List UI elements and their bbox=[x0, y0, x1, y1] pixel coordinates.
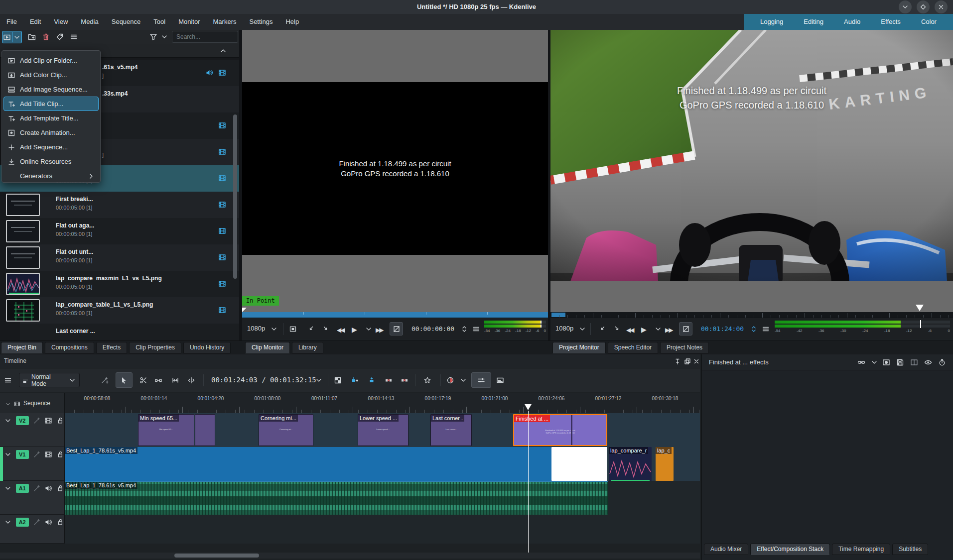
monitor-overlay-icon[interactable] bbox=[289, 325, 297, 333]
mask-icon[interactable] bbox=[882, 358, 890, 366]
bin-row[interactable]: First breaki...00:00:05:00 [1] bbox=[0, 192, 239, 218]
audio-clip[interactable]: Best_Lap_1_78.61s_v5.mp4 bbox=[65, 481, 608, 515]
tab-clip-monitor[interactable]: Clip Monitor bbox=[245, 342, 290, 353]
tab-undo-history[interactable]: Undo History bbox=[183, 342, 231, 353]
scrollbar-handle[interactable] bbox=[174, 554, 259, 558]
pin-icon[interactable] bbox=[674, 357, 681, 365]
forward-icon[interactable]: ▶▶ bbox=[376, 325, 384, 333]
show-mixer-button[interactable] bbox=[471, 372, 491, 388]
title-clip[interactable]: Cornering mi...Cornering mi... bbox=[259, 414, 313, 446]
tab-speech-editor[interactable]: Speech Editor bbox=[608, 342, 658, 353]
filter-icon[interactable] bbox=[149, 33, 157, 41]
track-header-a2[interactable]: A2 bbox=[0, 515, 65, 544]
track-lane-a2[interactable] bbox=[65, 515, 700, 544]
timecode-dropdown-icon[interactable] bbox=[315, 376, 323, 384]
track-target-badge[interactable]: V2 bbox=[16, 416, 29, 425]
spacer-tool-icon[interactable] bbox=[154, 376, 162, 384]
tab-project-bin[interactable]: Project Bin bbox=[1, 342, 43, 353]
save-preset-icon[interactable] bbox=[896, 358, 904, 366]
workspace-tab-editing[interactable]: Editing bbox=[800, 14, 827, 30]
maximize-button[interactable] bbox=[917, 0, 930, 13]
menu-tool[interactable]: Tool bbox=[147, 14, 172, 30]
add-clip-dropdown[interactable] bbox=[12, 33, 21, 41]
workspace-tab-logging[interactable]: Logging bbox=[756, 14, 787, 30]
link-effects-icon[interactable] bbox=[857, 358, 865, 366]
menu-item-online-resources[interactable]: Online Resources bbox=[3, 154, 99, 169]
bin-row[interactable]: Flat out aga...00:00:05:00 [1] bbox=[0, 218, 239, 244]
collapse-all-icon[interactable] bbox=[219, 47, 227, 55]
tab-audio-mixer[interactable]: Audio Mixer bbox=[704, 544, 748, 555]
zone-mode-button[interactable] bbox=[390, 322, 403, 336]
menu-markers[interactable]: Markers bbox=[207, 14, 243, 30]
forward-icon[interactable]: ▶▶ bbox=[665, 325, 673, 333]
workspace-tab-audio[interactable]: Audio bbox=[840, 14, 864, 30]
close-panel-icon[interactable] bbox=[692, 357, 700, 365]
zone-in-marker[interactable] bbox=[242, 308, 247, 312]
tab-compositions[interactable]: Compositions bbox=[45, 342, 94, 353]
title-clip[interactable]: Last corner .Last corner . bbox=[430, 414, 472, 446]
tag-icon[interactable] bbox=[56, 33, 64, 41]
chevron-down-icon[interactable] bbox=[578, 325, 586, 333]
show-keyframes-icon[interactable] bbox=[924, 358, 932, 366]
selection-tool-button[interactable] bbox=[116, 372, 133, 388]
track-header-v1[interactable]: V1 bbox=[0, 447, 65, 481]
mix-clips-icon[interactable] bbox=[334, 376, 342, 384]
menu-item-generators[interactable]: Generators bbox=[3, 169, 99, 183]
timeline-timecode[interactable]: 00:01:24:03 / 00:01:32:15 bbox=[211, 376, 316, 384]
compare-icon[interactable] bbox=[910, 358, 918, 366]
timeline-clip-blank[interactable] bbox=[551, 447, 607, 481]
track-lane-v2[interactable]: Min speed 65...Min speed 65...Cornering … bbox=[65, 413, 700, 447]
resolution-select[interactable]: 1080p bbox=[555, 325, 573, 332]
tab-subtitles[interactable]: Subtitles bbox=[892, 544, 928, 555]
menu-item-add-title-clip[interactable]: Add Title Clip... bbox=[3, 97, 99, 111]
zone-mode-button[interactable] bbox=[679, 322, 692, 336]
timeline-menu-icon[interactable] bbox=[4, 376, 12, 384]
track-lane-v1[interactable]: Best_Lap_1_78.61s_v5.mp4lap_compare_rlap… bbox=[65, 447, 700, 481]
menu-item-create-animation[interactable]: Create Animation... bbox=[3, 125, 99, 140]
project-playhead-marker[interactable] bbox=[916, 305, 924, 311]
bin-scrollbar[interactable] bbox=[233, 114, 237, 279]
menu-item-add-image-sequence[interactable]: Add Image Sequence... bbox=[3, 82, 99, 97]
extract-zone-icon[interactable] bbox=[385, 376, 393, 384]
float-icon[interactable] bbox=[683, 357, 691, 365]
expand-tool-icon[interactable] bbox=[171, 376, 179, 384]
track-header-a1[interactable]: A1 bbox=[0, 481, 65, 515]
tab-effects[interactable]: Effects bbox=[96, 342, 127, 353]
chevron-down-icon[interactable] bbox=[270, 325, 278, 333]
menu-monitor[interactable]: Monitor bbox=[172, 14, 206, 30]
workspace-tab-effects[interactable]: Effects bbox=[877, 14, 905, 30]
title-clip[interactable] bbox=[195, 414, 215, 446]
play-options-icon[interactable] bbox=[365, 325, 373, 333]
menu-settings[interactable]: Settings bbox=[243, 14, 279, 30]
clip-monitor-seekbar[interactable] bbox=[242, 312, 548, 318]
slip-tool-icon[interactable] bbox=[187, 376, 195, 384]
menu-item-add-sequence[interactable]: Add Sequence... bbox=[3, 140, 99, 154]
close-button[interactable] bbox=[935, 0, 948, 13]
workspace-tab-color[interactable]: Color bbox=[917, 14, 941, 30]
menu-edit[interactable]: Edit bbox=[23, 14, 47, 30]
bin-row[interactable]: lap_compare_maxmin_L1_vs_L5.png00:00:05:… bbox=[0, 271, 239, 297]
tab-project-monitor[interactable]: Project Monitor bbox=[552, 342, 606, 353]
overwrite-zone-icon[interactable] bbox=[368, 376, 376, 384]
record-icon[interactable] bbox=[446, 376, 454, 384]
timeline-clip-video[interactable]: Best_Lap_1_78.61s_v5.mp4 bbox=[65, 447, 551, 481]
set-in-point-icon[interactable] bbox=[598, 325, 606, 333]
play-icon[interactable]: ▶ bbox=[641, 325, 649, 333]
tab-time-remapping[interactable]: Time Remapping bbox=[832, 544, 890, 555]
menu-view[interactable]: View bbox=[47, 14, 74, 30]
menu-media[interactable]: Media bbox=[74, 14, 105, 30]
filter-dropdown-icon[interactable] bbox=[160, 33, 168, 41]
track-target-badge[interactable]: A2 bbox=[16, 518, 29, 527]
track-target-badge[interactable]: A1 bbox=[16, 484, 29, 493]
link-options-icon[interactable] bbox=[870, 358, 878, 366]
monitor-menu-icon[interactable] bbox=[762, 325, 770, 333]
timeline-ruler[interactable]: Sequence 00:00:58:0800:01:01:1400:01:04:… bbox=[0, 393, 700, 413]
menu-file[interactable]: File bbox=[0, 14, 23, 30]
search-input[interactable] bbox=[172, 31, 238, 43]
menu-item-add-template-title[interactable]: Add Template Title... bbox=[3, 111, 99, 125]
menu-item-add-color-clip[interactable]: Add Color Clip... bbox=[3, 68, 99, 82]
menu-sequence[interactable]: Sequence bbox=[105, 14, 147, 30]
timecode-spinner[interactable] bbox=[750, 325, 758, 333]
play-options-icon[interactable] bbox=[654, 325, 662, 333]
bin-row[interactable]: Last corner ... bbox=[0, 324, 239, 341]
